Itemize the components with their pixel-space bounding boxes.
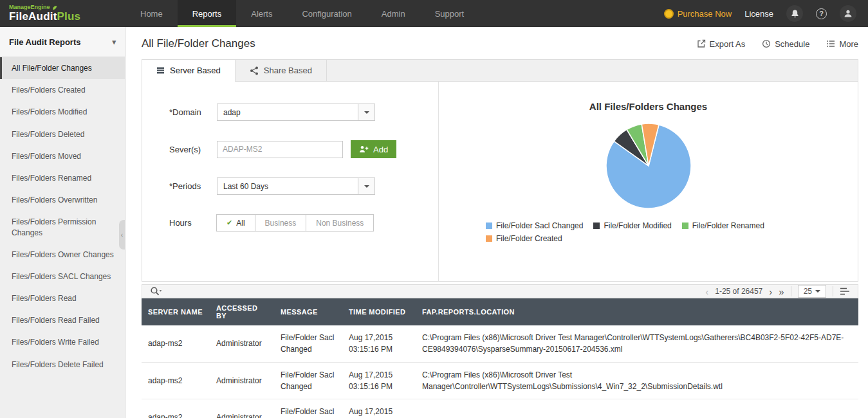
sidebar-header[interactable]: File Audit Reports ▾ — [0, 27, 125, 57]
cell-accessed-by: Administrator — [210, 362, 274, 399]
user-menu-button[interactable] — [840, 5, 856, 22]
share-icon — [250, 66, 259, 75]
hours-option-label: All — [236, 219, 245, 228]
chevron-down-icon[interactable]: ▾ — [112, 38, 116, 46]
legend-label: File/Folder Created — [496, 234, 562, 243]
hours-option-all[interactable]: ✔All — [216, 214, 255, 232]
list-icon — [826, 39, 835, 48]
export-as-button[interactable]: Export As — [697, 39, 746, 49]
sidebar-item-files-folders-owner-changes[interactable]: Files/Folders Owner Changes — [0, 244, 125, 266]
nav-item-configuration[interactable]: Configuration — [287, 0, 366, 27]
cell-location: C:\Program Files (x86)\Microsoft Driver … — [416, 362, 858, 399]
schedule-button[interactable]: Schedule — [762, 39, 809, 49]
sidebar-item-files-folders-write-failed[interactable]: Files/Folders Write Failed — [0, 331, 125, 353]
brand-logo[interactable]: ManageEngine FileAuditPlus — [0, 0, 125, 27]
license-button[interactable]: License — [744, 9, 773, 19]
sidebar-item-files-folders-permission-changes[interactable]: Files/Folders Permission Changes — [0, 211, 125, 243]
servers-input[interactable] — [217, 141, 343, 158]
column-header-message[interactable]: MESSAGE — [274, 298, 342, 325]
column-header-accessed-by[interactable]: ACCESSED BY — [210, 298, 274, 325]
chevron-down-icon — [815, 290, 820, 295]
column-header-server-name[interactable]: SERVER NAME — [142, 298, 210, 325]
user-icon — [843, 8, 853, 19]
hours-option-label: Non Business — [316, 219, 364, 228]
cell-location — [416, 399, 858, 418]
nav-item-reports[interactable]: Reports — [178, 0, 237, 27]
sidebar-item-files-folders-deleted[interactable]: Files/Folders Deleted — [0, 123, 125, 145]
table-row[interactable]: adap-ms2AdministratorFile/Folder Sacl Ch… — [142, 325, 858, 362]
help-button[interactable]: ? — [816, 8, 827, 19]
tab-label: Server Based — [170, 66, 221, 75]
legend-swatch — [486, 223, 492, 229]
sidebar-item-files-folders-overwritten[interactable]: Files/Folders Overwritten — [0, 189, 125, 211]
sidebar-item-files-folders-modified[interactable]: Files/Folders Modified — [0, 101, 125, 123]
add-server-button[interactable]: Add — [351, 140, 396, 158]
purchase-now-button[interactable]: Purchase Now — [664, 9, 732, 19]
legend-swatch — [682, 223, 688, 229]
domain-select[interactable]: adap — [217, 104, 375, 121]
nav-item-admin[interactable]: Admin — [367, 0, 420, 27]
sidebar-item-files-folders-renamed[interactable]: Files/Folders Renamed — [0, 167, 125, 189]
main-content: All File/Folder Changes Export As Schedu… — [125, 27, 868, 418]
tab-share-based[interactable]: Share Based — [235, 60, 327, 81]
sidebar-item-files-folders-sacl-changes[interactable]: Files/Folders SACL Changes — [0, 266, 125, 287]
nav-item-alerts[interactable]: Alerts — [236, 0, 287, 27]
table-body: adap-ms2AdministratorFile/Folder Sacl Ch… — [142, 325, 858, 418]
sidebar-item-files-folders-delete-failed[interactable]: Files/Folders Delete Failed — [0, 354, 125, 376]
report-table: SERVER NAMEACCESSED BYMESSAGETIME MODIFI… — [142, 298, 858, 418]
column-header-time-modified[interactable]: TIME MODIFIED — [342, 298, 416, 325]
page-size-value: 25 — [804, 287, 812, 296]
legend-item-file-folder-created[interactable]: File/Folder Created — [486, 234, 562, 243]
cell-time-modified: Aug 17,201503:15:16 PM — [342, 325, 416, 362]
more-button[interactable]: More — [826, 39, 858, 49]
sidebar-item-files-folders-read-failed[interactable]: Files/Folders Read Failed — [0, 309, 125, 331]
nav-item-home[interactable]: Home — [125, 0, 178, 27]
sidebar-item-all-file-folder-changes[interactable]: All File/Folder Changes — [0, 57, 125, 79]
legend-item-file-folder-renamed[interactable]: File/Folder Renamed — [682, 221, 764, 230]
search-icon[interactable] — [150, 286, 162, 297]
topbar: ManageEngine FileAuditPlus HomeReportsAl… — [0, 0, 868, 27]
table-row[interactable]: adap-ms2AdministratorFile/Folder Sacl Ch… — [142, 362, 858, 399]
cell-server-name: adap-ms2 — [142, 325, 210, 362]
sidebar-item-files-folders-read[interactable]: Files/Folders Read — [0, 287, 125, 309]
notifications-button[interactable] — [786, 5, 803, 22]
hours-option-business[interactable]: Business — [255, 214, 307, 232]
periods-select-value: Last 60 Days — [217, 182, 268, 191]
divider — [833, 286, 833, 296]
cell-accessed-by: Administrator — [210, 325, 274, 362]
prev-page-button[interactable]: ‹ — [705, 287, 708, 296]
sidebar-item-files-folders-created[interactable]: Files/Folders Created — [0, 79, 125, 101]
tab-server-based[interactable]: Server Based — [142, 60, 235, 81]
legend-item-file-folder-modified[interactable]: File/Folder Modified — [593, 221, 671, 230]
chevron-down-icon[interactable] — [358, 178, 374, 194]
pie-chart-wrap — [604, 121, 694, 211]
coin-icon — [664, 9, 674, 19]
page-size-select[interactable]: 25 — [798, 285, 826, 298]
pie-chart — [604, 121, 694, 211]
table-header-row: SERVER NAMEACCESSED BYMESSAGETIME MODIFI… — [142, 298, 858, 325]
legend-item-file-folder-sacl-changed[interactable]: File/Folder Sacl Changed — [486, 221, 583, 230]
next-page-button[interactable]: › — [769, 287, 772, 296]
hours-option-non-business[interactable]: Non Business — [306, 214, 374, 232]
periods-select[interactable]: Last 60 Days — [217, 177, 375, 195]
cell-location: C:\Program Files (x86)\Microsoft Driver … — [416, 325, 858, 362]
page-title: All File/Folder Changes — [142, 37, 255, 50]
sidebar: File Audit Reports ▾ All File/Folder Cha… — [0, 27, 125, 418]
hours-label: Hours — [169, 218, 217, 228]
column-header-fap-reports-location[interactable]: FAP.REPORTS.LOCATION — [416, 298, 858, 325]
app: { "navbar": { "brand_line1": "ManageEngi… — [0, 0, 868, 418]
hours-group: ✔AllBusinessNon Business — [217, 214, 374, 232]
cell-time-modified: Aug 17,201503:15:16 PM — [342, 362, 416, 399]
table-row[interactable]: adap-ms2AdministratorFile/Folder Sacl Ch… — [142, 399, 858, 418]
sidebar-items: All File/Folder ChangesFiles/Folders Cre… — [0, 57, 125, 376]
sidebar-collapse-handle[interactable]: ‹ — [119, 220, 125, 250]
sidebar-item-files-folders-moved[interactable]: Files/Folders Moved — [0, 145, 125, 167]
nav-item-support[interactable]: Support — [420, 0, 479, 27]
schedule-label: Schedule — [775, 39, 809, 49]
pagination-range: 1-25 of 26457 — [715, 287, 762, 296]
chevron-down-icon[interactable] — [358, 104, 374, 120]
hours-row: Hours ✔AllBusinessNon Business — [169, 214, 438, 232]
last-page-button[interactable]: » — [779, 287, 784, 296]
domain-select-value: adap — [217, 108, 241, 117]
column-settings-icon[interactable] — [840, 287, 850, 296]
